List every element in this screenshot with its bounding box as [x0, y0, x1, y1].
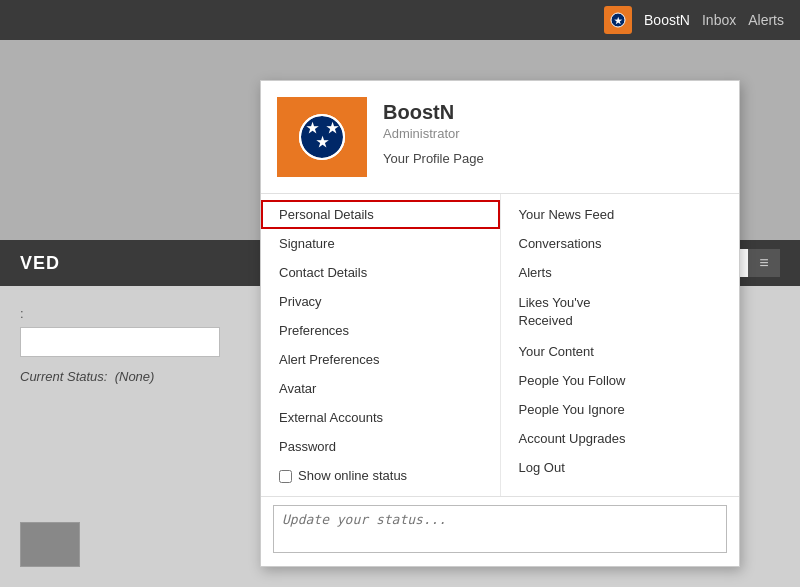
dropdown-avatar: ★ ★ ★ [277, 97, 367, 177]
menu-item-personal-details[interactable]: Personal Details [261, 200, 500, 229]
top-navigation: ★ BoostN Inbox Alerts [0, 0, 800, 40]
dropdown-body: Personal Details Signature Contact Detai… [261, 194, 739, 496]
menu-item-people-you-follow[interactable]: People You Follow [501, 366, 740, 395]
menu-item-your-news-feed[interactable]: Your News Feed [501, 200, 740, 229]
menu-item-log-out[interactable]: Log Out [501, 453, 740, 482]
menu-item-preferences[interactable]: Preferences [261, 316, 500, 345]
dropdown-right-column: Your News Feed Conversations Alerts Like… [501, 194, 740, 496]
menu-item-signature[interactable]: Signature [261, 229, 500, 258]
dropdown-user-info: BoostN Administrator Your Profile Page [383, 97, 484, 166]
menu-item-privacy[interactable]: Privacy [261, 287, 500, 316]
status-value: (None) [115, 369, 155, 384]
status-label: Current Status: [20, 369, 107, 384]
menu-item-people-you-ignore[interactable]: People You Ignore [501, 395, 740, 424]
svg-text:★: ★ [326, 120, 339, 136]
menu-item-account-upgrades[interactable]: Account Upgrades [501, 424, 740, 453]
svg-text:★: ★ [614, 16, 623, 26]
menu-item-conversations[interactable]: Conversations [501, 229, 740, 258]
nav-inbox-link[interactable]: Inbox [702, 12, 736, 28]
show-online-status-label: Show online status [298, 468, 407, 483]
thumbnail-row [20, 522, 80, 567]
dropdown-header: ★ ★ ★ BoostN Administrator Your Profile … [261, 81, 739, 194]
menu-item-contact-details[interactable]: Contact Details [261, 258, 500, 287]
nav-avatar[interactable]: ★ [604, 6, 632, 34]
show-online-status-row[interactable]: Show online status [261, 461, 500, 490]
status-update-textarea[interactable] [273, 505, 727, 553]
dropdown-role: Administrator [383, 126, 484, 141]
menu-icon[interactable]: ≡ [748, 249, 780, 277]
dropdown-left-column: Personal Details Signature Contact Detai… [261, 194, 501, 496]
menu-item-your-content[interactable]: Your Content [501, 337, 740, 366]
menu-item-avatar[interactable]: Avatar [261, 374, 500, 403]
page-background: VED ≡ : Current Status: (None) ★ [0, 40, 800, 587]
show-online-status-checkbox[interactable] [279, 470, 292, 483]
menu-item-password[interactable]: Password [261, 432, 500, 461]
svg-text:★: ★ [316, 134, 329, 150]
your-profile-page-link[interactable]: Your Profile Page [383, 151, 484, 166]
nav-alerts-link[interactable]: Alerts [748, 12, 784, 28]
menu-item-alert-preferences[interactable]: Alert Preferences [261, 345, 500, 374]
dropdown-status-area [261, 496, 739, 566]
user-dropdown-menu: ★ ★ ★ BoostN Administrator Your Profile … [260, 80, 740, 567]
menu-item-likes-youve-received[interactable]: Likes You'veReceived [501, 287, 740, 337]
dropdown-username: BoostN [383, 101, 484, 124]
content-bar-text: VED [20, 253, 60, 274]
thumbnail-image [20, 522, 80, 567]
menu-item-alerts[interactable]: Alerts [501, 258, 740, 287]
menu-item-external-accounts[interactable]: External Accounts [261, 403, 500, 432]
nav-username[interactable]: BoostN [644, 12, 690, 28]
lower-text-input[interactable] [20, 327, 220, 357]
